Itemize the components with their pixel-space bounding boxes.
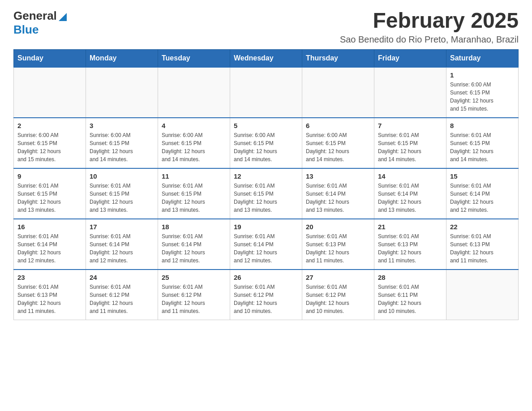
calendar-cell: 7Sunrise: 6:01 AMSunset: 6:15 PMDaylight…: [374, 118, 446, 168]
day-number: 6: [306, 122, 370, 129]
calendar-cell: 8Sunrise: 6:01 AMSunset: 6:15 PMDaylight…: [446, 118, 519, 168]
calendar-cell: 16Sunrise: 6:01 AMSunset: 6:14 PMDayligh…: [14, 219, 86, 270]
calendar-cell: 12Sunrise: 6:01 AMSunset: 6:15 PMDayligh…: [230, 168, 302, 219]
logo-general-text: General: [13, 9, 57, 23]
day-number: 17: [90, 223, 154, 231]
day-detail: Sunrise: 6:01 AMSunset: 6:11 PMDaylight:…: [378, 283, 442, 315]
day-detail: Sunrise: 6:01 AMSunset: 6:12 PMDaylight:…: [162, 283, 226, 315]
day-number: 3: [90, 122, 154, 129]
day-of-week-header: Monday: [86, 49, 158, 67]
day-detail: Sunrise: 6:01 AMSunset: 6:13 PMDaylight:…: [450, 232, 515, 265]
day-number: 13: [306, 172, 370, 180]
day-detail: Sunrise: 6:01 AMSunset: 6:15 PMDaylight:…: [17, 182, 82, 214]
day-number: 15: [450, 172, 515, 180]
calendar-cell: 9Sunrise: 6:01 AMSunset: 6:15 PMDaylight…: [14, 168, 86, 219]
day-number: 19: [234, 223, 298, 231]
calendar-cell: 10Sunrise: 6:01 AMSunset: 6:15 PMDayligh…: [86, 168, 158, 219]
day-number: 21: [378, 223, 442, 231]
day-detail: Sunrise: 6:00 AMSunset: 6:15 PMDaylight:…: [90, 131, 154, 163]
calendar-cell: 5Sunrise: 6:00 AMSunset: 6:15 PMDaylight…: [230, 118, 302, 168]
calendar-cell: 2Sunrise: 6:00 AMSunset: 6:15 PMDaylight…: [14, 118, 86, 168]
day-detail: Sunrise: 6:00 AMSunset: 6:15 PMDaylight:…: [234, 131, 298, 163]
day-detail: Sunrise: 6:01 AMSunset: 6:14 PMDaylight:…: [306, 182, 370, 214]
calendar-week-row: 9Sunrise: 6:01 AMSunset: 6:15 PMDaylight…: [14, 168, 519, 219]
calendar-cell: 19Sunrise: 6:01 AMSunset: 6:14 PMDayligh…: [230, 219, 302, 270]
day-number: 14: [378, 172, 442, 180]
calendar-cell: 28Sunrise: 6:01 AMSunset: 6:11 PMDayligh…: [374, 270, 446, 320]
day-detail: Sunrise: 6:01 AMSunset: 6:13 PMDaylight:…: [17, 283, 82, 315]
calendar-cell: 22Sunrise: 6:01 AMSunset: 6:13 PMDayligh…: [446, 219, 519, 270]
day-number: 22: [450, 223, 515, 231]
calendar-week-row: 1Sunrise: 6:00 AMSunset: 6:15 PMDaylight…: [14, 67, 519, 118]
day-detail: Sunrise: 6:01 AMSunset: 6:14 PMDaylight:…: [162, 232, 226, 265]
calendar-cell: [302, 67, 374, 118]
calendar-week-row: 2Sunrise: 6:00 AMSunset: 6:15 PMDaylight…: [14, 118, 519, 168]
header: General Blue February 2025 Sao Benedito …: [13, 9, 519, 45]
calendar-week-row: 23Sunrise: 6:01 AMSunset: 6:13 PMDayligh…: [14, 270, 519, 320]
day-of-week-header: Friday: [374, 49, 446, 67]
calendar-cell: 6Sunrise: 6:00 AMSunset: 6:15 PMDaylight…: [302, 118, 374, 168]
day-detail: Sunrise: 6:01 AMSunset: 6:13 PMDaylight:…: [306, 232, 370, 265]
day-detail: Sunrise: 6:01 AMSunset: 6:15 PMDaylight:…: [234, 182, 298, 214]
calendar-cell: [230, 67, 302, 118]
logo-blue-text: Blue: [13, 23, 39, 37]
day-number: 1: [450, 71, 515, 79]
calendar-cell: 14Sunrise: 6:01 AMSunset: 6:14 PMDayligh…: [374, 168, 446, 219]
day-detail: Sunrise: 6:00 AMSunset: 6:15 PMDaylight:…: [450, 81, 515, 113]
day-of-week-header: Wednesday: [230, 49, 302, 67]
calendar-cell: [14, 67, 86, 118]
month-title: February 2025: [340, 9, 519, 33]
day-detail: Sunrise: 6:01 AMSunset: 6:13 PMDaylight:…: [378, 232, 442, 265]
day-detail: Sunrise: 6:01 AMSunset: 6:15 PMDaylight:…: [90, 182, 154, 214]
calendar-cell: 11Sunrise: 6:01 AMSunset: 6:15 PMDayligh…: [158, 168, 230, 219]
day-number: 7: [378, 122, 442, 129]
calendar-cell: 1Sunrise: 6:00 AMSunset: 6:15 PMDaylight…: [446, 67, 519, 118]
svg-marker-0: [59, 13, 67, 21]
day-detail: Sunrise: 6:00 AMSunset: 6:15 PMDaylight:…: [162, 131, 226, 163]
day-detail: Sunrise: 6:00 AMSunset: 6:15 PMDaylight:…: [17, 131, 82, 163]
calendar-cell: 21Sunrise: 6:01 AMSunset: 6:13 PMDayligh…: [374, 219, 446, 270]
day-number: 4: [162, 122, 226, 129]
day-number: 12: [234, 172, 298, 180]
calendar-cell: [86, 67, 158, 118]
day-number: 16: [17, 223, 82, 231]
day-detail: Sunrise: 6:01 AMSunset: 6:15 PMDaylight:…: [450, 131, 515, 163]
day-number: 27: [306, 274, 370, 281]
title-area: February 2025 Sao Benedito do Rio Preto,…: [340, 9, 519, 45]
calendar-cell: 4Sunrise: 6:00 AMSunset: 6:15 PMDaylight…: [158, 118, 230, 168]
calendar-cell: 20Sunrise: 6:01 AMSunset: 6:13 PMDayligh…: [302, 219, 374, 270]
day-detail: Sunrise: 6:01 AMSunset: 6:14 PMDaylight:…: [450, 182, 515, 214]
day-number: 20: [306, 223, 370, 231]
day-number: 23: [17, 274, 82, 281]
calendar-cell: [374, 67, 446, 118]
day-number: 5: [234, 122, 298, 129]
day-of-week-header: Tuesday: [158, 49, 230, 67]
calendar-table: SundayMondayTuesdayWednesdayThursdayFrid…: [13, 49, 519, 320]
day-detail: Sunrise: 6:01 AMSunset: 6:14 PMDaylight:…: [378, 182, 442, 214]
calendar-cell: 23Sunrise: 6:01 AMSunset: 6:13 PMDayligh…: [14, 270, 86, 320]
day-number: 18: [162, 223, 226, 231]
calendar-cell: 3Sunrise: 6:00 AMSunset: 6:15 PMDaylight…: [86, 118, 158, 168]
day-detail: Sunrise: 6:01 AMSunset: 6:14 PMDaylight:…: [90, 232, 154, 265]
day-number: 26: [234, 274, 298, 281]
calendar-cell: 15Sunrise: 6:01 AMSunset: 6:14 PMDayligh…: [446, 168, 519, 219]
day-of-week-header: Sunday: [14, 49, 86, 67]
calendar-cell: [158, 67, 230, 118]
day-detail: Sunrise: 6:01 AMSunset: 6:12 PMDaylight:…: [306, 283, 370, 315]
day-number: 25: [162, 274, 226, 281]
logo-triangle-icon: [58, 11, 67, 21]
day-detail: Sunrise: 6:01 AMSunset: 6:15 PMDaylight:…: [378, 131, 442, 163]
calendar-cell: 25Sunrise: 6:01 AMSunset: 6:12 PMDayligh…: [158, 270, 230, 320]
day-number: 2: [17, 122, 82, 129]
day-detail: Sunrise: 6:00 AMSunset: 6:15 PMDaylight:…: [306, 131, 370, 163]
calendar-cell: 27Sunrise: 6:01 AMSunset: 6:12 PMDayligh…: [302, 270, 374, 320]
logo: General Blue: [13, 9, 67, 37]
calendar-cell: [446, 270, 519, 320]
day-number: 28: [378, 274, 442, 281]
day-number: 10: [90, 172, 154, 180]
day-detail: Sunrise: 6:01 AMSunset: 6:14 PMDaylight:…: [17, 232, 82, 265]
calendar-header-row: SundayMondayTuesdayWednesdayThursdayFrid…: [14, 49, 519, 67]
day-detail: Sunrise: 6:01 AMSunset: 6:12 PMDaylight:…: [234, 283, 298, 315]
calendar-cell: 24Sunrise: 6:01 AMSunset: 6:12 PMDayligh…: [86, 270, 158, 320]
day-detail: Sunrise: 6:01 AMSunset: 6:12 PMDaylight:…: [90, 283, 154, 315]
